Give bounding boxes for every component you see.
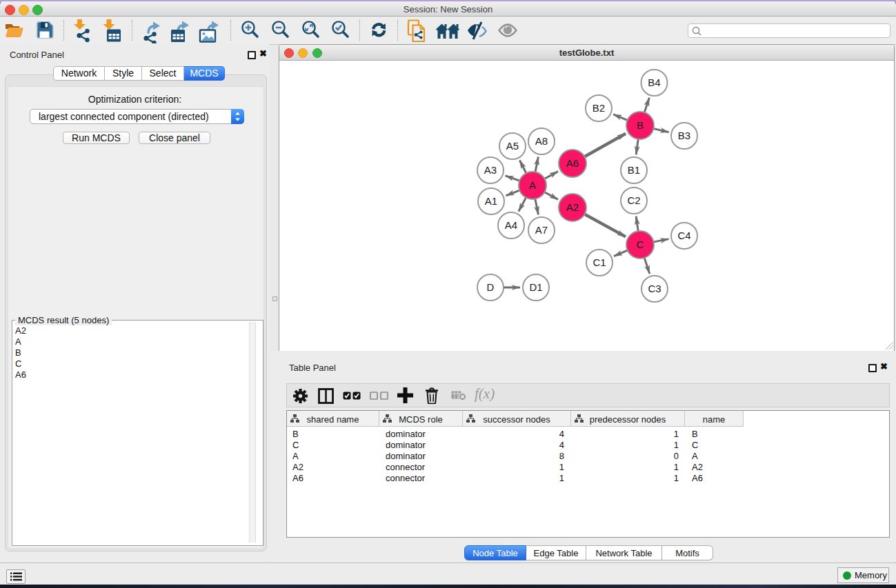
svg-text:D: D xyxy=(487,281,495,293)
svg-text:C3: C3 xyxy=(648,283,661,294)
svg-text:C2: C2 xyxy=(627,194,640,206)
svg-text:B: B xyxy=(637,119,644,131)
svg-text:A: A xyxy=(529,179,536,191)
svg-text:C1: C1 xyxy=(593,256,606,268)
svg-text:A6: A6 xyxy=(566,157,579,169)
svg-text:A5: A5 xyxy=(506,140,519,152)
svg-text:D1: D1 xyxy=(529,281,542,293)
svg-text:A7: A7 xyxy=(535,224,548,236)
svg-text:C4: C4 xyxy=(677,230,690,241)
svg-text:A2: A2 xyxy=(566,201,579,213)
svg-text:B4: B4 xyxy=(648,77,660,88)
svg-text:B2: B2 xyxy=(593,102,605,114)
svg-text:B1: B1 xyxy=(628,164,640,176)
svg-text:A1: A1 xyxy=(485,195,497,207)
svg-text:A8: A8 xyxy=(535,135,548,147)
svg-text:B3: B3 xyxy=(678,130,690,141)
svg-text:A3: A3 xyxy=(484,164,497,176)
svg-text:A4: A4 xyxy=(505,219,517,231)
svg-text:C: C xyxy=(637,239,644,250)
